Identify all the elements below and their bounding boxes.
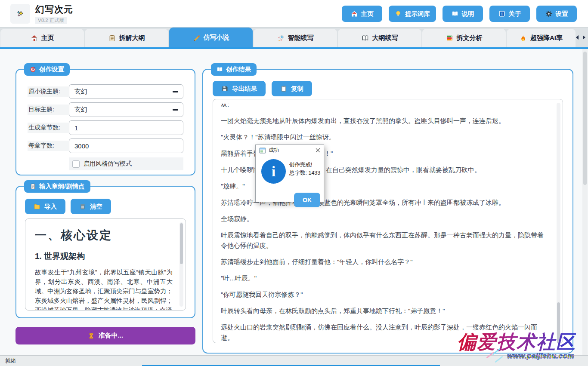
result-paragraph: 叶辰震惊地看着自己的双手，他能感觉到，体内似乎有什么东西正在苏醒。那是一种古老而… xyxy=(221,230,548,251)
clear-button[interactable]: 清空 xyxy=(71,199,111,214)
tab-label: 大纲续写 xyxy=(372,34,398,42)
open-book-white-icon xyxy=(217,66,223,73)
header-button-home[interactable]: 主页 xyxy=(342,6,382,22)
tab-scroll-controls xyxy=(576,35,585,40)
home-color-icon xyxy=(31,34,38,42)
tab-outline-continue[interactable]: 大纲续写 xyxy=(338,29,421,47)
clear-button-label: 清空 xyxy=(90,203,102,211)
ok-button[interactable]: OK xyxy=(294,193,320,207)
home-icon xyxy=(351,10,358,17)
books-icon xyxy=(446,34,453,42)
header-button-label: 说明 xyxy=(462,10,474,18)
dropdown-indicator-icon xyxy=(173,109,178,111)
header-button-prompts[interactable]: 提示词库 xyxy=(389,6,436,22)
tab-imitate-novel[interactable]: 仿写小说 xyxy=(169,28,253,47)
tab-label: 拆解大纲 xyxy=(119,34,145,42)
tab-label: 拆文分析 xyxy=(457,34,483,42)
bulb-icon xyxy=(395,10,402,17)
words-per-chapter-input[interactable]: 3000 xyxy=(69,138,183,153)
outline-textarea[interactable]: 一、核心设定 1. 世界观架构 故事发生于“九州玄境”，此界以五座“镇天山脉”为… xyxy=(25,218,186,311)
result-clipped-line: 双: xyxy=(221,104,548,109)
tab-label: 主页 xyxy=(41,34,54,42)
result-paragraph: 叶辰转头看向母亲，在林氏鼓励的点头后，郑重其事地跪下行礼："弟子愿意！" xyxy=(221,306,548,316)
result-fragment: ！" xyxy=(324,148,333,159)
outline-input-badge: 输入章纲/剧情点 xyxy=(24,180,90,193)
style-imitate-checkbox[interactable] xyxy=(72,160,80,168)
result-paragraph: 苏清瑶缓步走到他面前，仔细打量着他："年轻人，你叫什么名字？" xyxy=(221,257,548,267)
window-scrollbar xyxy=(582,49,588,355)
header-button-settings[interactable]: 设置 xyxy=(536,6,577,22)
watermark-text: 偏爱技术社区 xyxy=(457,329,576,355)
field-value: 玄幻 xyxy=(74,88,87,96)
header-buttons: 主页提示词库说明i关于设置 xyxy=(342,6,577,22)
info-badge-icon: i xyxy=(498,10,505,17)
copy-button[interactable]: 复制 xyxy=(272,81,312,96)
outline-scrollbar-thumb[interactable] xyxy=(180,223,183,264)
creation-settings-panel: 创作设置 原小说主题:玄幻目标主题:玄幻生成章节数:1每章字数:3000 启用风… xyxy=(15,69,195,175)
tab-label: 智能续写 xyxy=(288,34,314,42)
success-dialog-message: 创作完成! 总字数: 1433 xyxy=(289,161,320,177)
tab-smart-continue[interactable]: 智能续写 xyxy=(254,29,337,47)
app-header: 幻写次元 V8.2 正式版 主页提示词库说明i关于设置 xyxy=(0,0,588,28)
target-icon xyxy=(30,66,36,73)
creation-settings-title: 创作设置 xyxy=(39,65,64,74)
open-book-icon xyxy=(362,34,369,42)
success-dialog-body: i 创作完成! 总字数: 1433 OK xyxy=(256,156,324,202)
result-paragraph: "火灵体？！"苏清瑶眼中闪过一丝惊讶。 xyxy=(221,132,548,142)
result-paragraph: 双: xyxy=(221,104,548,109)
field-label: 目标主题: xyxy=(28,105,69,115)
copy-button-label: 复制 xyxy=(291,85,303,93)
tab-scroll-left-icon[interactable] xyxy=(576,35,579,40)
field-row-target-theme: 目标主题:玄幻 xyxy=(28,102,183,117)
window-scrollbar-thumb[interactable] xyxy=(583,52,587,185)
tab-bar: 主页拆解大纲仿写小说智能续写大纲续写拆文分析超强降AI率 xyxy=(0,28,588,47)
creation-result-panel: 创作结果 导出结果 复制 双:一团火焰毫无预兆地从叶辰体内爆发而出，直接吞没 xyxy=(202,69,573,354)
close-icon[interactable] xyxy=(316,148,320,153)
field-row-words-per-chapter: 每章字数:3000 xyxy=(28,138,183,153)
trash-icon xyxy=(79,203,86,210)
outline-input-title: 输入章纲/剧情点 xyxy=(39,182,85,191)
header-button-label: 关于 xyxy=(509,10,521,18)
creation-settings-badge: 创作设置 xyxy=(24,63,70,76)
generate-button-label: 准备中... xyxy=(99,332,124,340)
success-dialog-titlebar[interactable]: 成功 xyxy=(256,145,324,156)
header-button-label: 提示词库 xyxy=(405,10,430,18)
app-title-block: 幻写次元 V8.2 正式版 xyxy=(35,3,73,24)
export-result-button[interactable]: 导出结果 xyxy=(213,81,266,96)
app-window: 幻写次元 V8.2 正式版 主页提示词库说明i关于设置 主页拆解大纲仿写小说智能… xyxy=(0,0,588,366)
app-version-badge: V8.2 正式版 xyxy=(35,17,67,24)
info-icon: i xyxy=(261,159,286,184)
field-row-chapter-count: 生成章节数:1 xyxy=(28,120,183,135)
result-paragraph: 一团火焰毫无预兆地从叶辰体内爆发而出，直接吞没了黑熊的拳头。盗匪头目惨叫一声，连… xyxy=(221,116,548,126)
source-theme-select[interactable]: 玄幻 xyxy=(69,84,183,99)
target-theme-select[interactable]: 玄幻 xyxy=(69,102,183,117)
export-result-label: 导出结果 xyxy=(232,85,257,93)
field-value: 1 xyxy=(74,124,78,132)
result-scrollbar xyxy=(557,103,560,339)
outline-input-panel: 输入章纲/剧情点 导入 清空 一、核心设定 1. 世界观架构 xyxy=(15,186,195,318)
tab-reduce-ai[interactable]: 超强降AI率 xyxy=(507,29,576,47)
header-button-about[interactable]: i关于 xyxy=(489,6,530,22)
outline-toolbar: 导入 清空 xyxy=(25,199,195,214)
tab-article-analysis[interactable]: 拆文分析 xyxy=(422,29,506,47)
hourglass-icon xyxy=(88,332,95,339)
import-button[interactable]: 导入 xyxy=(25,199,65,214)
outline-scrollbar xyxy=(179,222,183,307)
result-textarea[interactable]: 双:一团火焰毫无预兆地从叶辰体内爆发而出，直接吞没了黑熊的拳头。盗匪头目惨叫一声… xyxy=(213,99,563,343)
app-title: 幻写次元 xyxy=(35,3,73,15)
tab-outline-parse[interactable]: 拆解大纲 xyxy=(85,29,168,47)
tab-home[interactable]: 主页 xyxy=(0,29,84,47)
header-button-help[interactable]: 说明 xyxy=(443,6,483,22)
chapter-count-input[interactable]: 1 xyxy=(69,120,183,135)
rocket-icon xyxy=(277,34,285,42)
watermark-url: www.paijishu.com xyxy=(507,352,574,360)
gear-icon xyxy=(545,10,552,17)
book-icon xyxy=(452,10,458,17)
copy-icon xyxy=(280,85,287,92)
success-dialog: 成功 i 创作完成! 总字数: 1433 OK xyxy=(255,145,324,202)
outline-heading: 一、核心设定 xyxy=(35,228,173,243)
tab-scroll-right-icon[interactable] xyxy=(583,35,585,40)
window-icon xyxy=(259,147,266,154)
generate-button[interactable]: 准备中... xyxy=(15,327,195,344)
pen-icon xyxy=(193,34,200,41)
